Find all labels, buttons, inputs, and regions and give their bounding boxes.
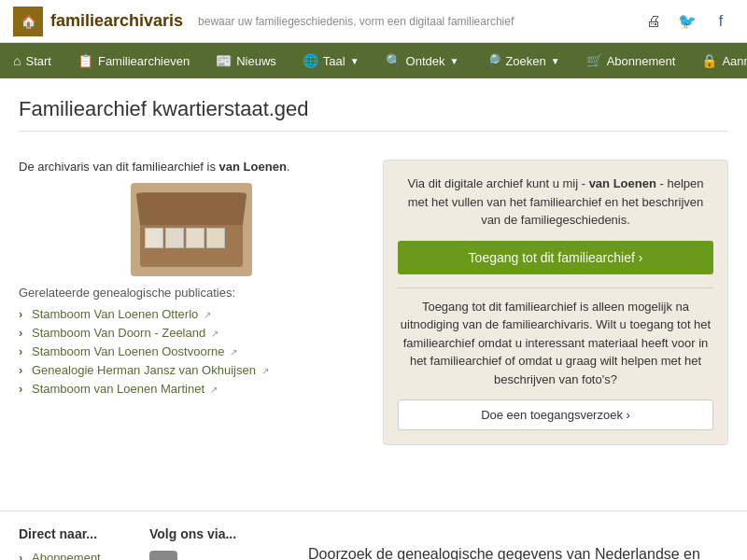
footer-direct-heading: Direct naar... <box>19 526 121 541</box>
external-icon-2: ↗ <box>211 329 218 339</box>
archivaris-intro: De archivaris van dit familiearchief is … <box>19 160 364 174</box>
email-icon[interactable]: ✉ <box>149 551 177 560</box>
pub-link-1[interactable]: Stamboom Van Loenen Otterlo <box>32 307 198 321</box>
right-panel: Via dit digitale archief kunt u mij - va… <box>383 160 728 445</box>
nav-aanmelden[interactable]: 🔒 Aanmelden ▼ <box>688 43 747 78</box>
social-nieuwsbrief: ✉ Nieuwsbrief <box>149 551 252 560</box>
page-content: Familiearchief kwartierstaat.ged <box>0 78 747 150</box>
ontdek-dropdown-icon: ▼ <box>450 56 459 66</box>
list-item: Stamboom Van Doorn - Zeeland ↗ <box>19 326 364 340</box>
external-icon-1: ↗ <box>204 310 211 320</box>
social-links: ✉ Nieuwsbrief 🐦 Twitter f Facebook <box>149 551 252 560</box>
nav-start[interactable]: ⌂ Start <box>0 43 64 78</box>
external-icon-4: ↗ <box>261 366 269 376</box>
pub-link-3[interactable]: Stamboom Van Loenen Oostvoorne <box>32 344 224 358</box>
footer-direct: Direct naar... Abonnement Vraag/antwoord… <box>19 526 121 560</box>
nav-taal[interactable]: 🌐 Taal ▼ <box>289 43 373 78</box>
footer: Direct naar... Abonnement Vraag/antwoord… <box>0 511 747 560</box>
external-icon-5: ↗ <box>210 385 218 395</box>
list-item: Genealogie Herman Jansz van Okhuijsen ↗ <box>19 363 364 377</box>
nav-abonnement-label: Abonnement <box>607 54 676 68</box>
logo-area: 🏠 familiearchivaris bewaar uw familieges… <box>13 7 641 36</box>
logo-subtext: bewaar uw familiegeschiedenis, vorm een … <box>198 15 514 28</box>
logo-icon: 🏠 <box>13 7 43 36</box>
nav-nieuws[interactable]: 📰 Nieuws <box>203 43 289 78</box>
twitter-header-icon[interactable]: 🐦 <box>674 8 700 35</box>
page-title: Familiearchief kwartierstaat.ged <box>19 97 728 132</box>
pub-link-2[interactable]: Stamboom Van Doorn - Zeeland <box>32 326 205 340</box>
archive-icon: 📋 <box>78 53 93 68</box>
publications-list: Stamboom Van Loenen Otterlo ↗ Stamboom V… <box>19 307 364 396</box>
discover-icon: 🔍 <box>386 53 402 68</box>
cart-icon: 🛒 <box>586 53 602 68</box>
external-icon-3: ↗ <box>230 347 237 357</box>
nav-start-label: Start <box>25 54 50 68</box>
pub-link-5[interactable]: Stamboom van Loenen Martinet <box>32 382 204 396</box>
right-column: Via dit digitale archief kunt u mij - va… <box>383 160 728 445</box>
taal-dropdown-icon: ▼ <box>350 56 359 66</box>
list-item: Stamboom Van Loenen Oostvoorne ↗ <box>19 344 364 358</box>
access-button[interactable]: Toegang tot dit familiearchief › <box>398 241 713 274</box>
nav-zoeken[interactable]: 🔎 Zoeken ▼ <box>472 43 572 78</box>
nav-ontdek[interactable]: 🔍 Ontdek ▼ <box>373 43 472 78</box>
nav-familiearchieven-label: Familiearchieven <box>98 54 190 68</box>
list-item: Stamboom van Loenen Martinet ↗ <box>19 382 364 396</box>
nav-abonnement[interactable]: 🛒 Abonnement <box>573 43 689 78</box>
archive-image <box>131 183 252 276</box>
nav-nieuws-label: Nieuws <box>236 54 276 68</box>
news-icon: 📰 <box>216 53 232 68</box>
related-label: Gerelateerde genealogische publicaties: <box>19 286 364 300</box>
facebook-header-icon[interactable]: f <box>708 8 734 35</box>
print-icon[interactable]: 🖨 <box>641 8 667 35</box>
footer-link-abonnement: Abonnement <box>19 551 121 560</box>
panel-divider <box>398 287 713 288</box>
nav-familiearchieven[interactable]: 📋 Familiearchieven <box>64 43 203 78</box>
header-icons: 🖨 🐦 f <box>641 8 734 35</box>
nav-taal-label: Taal <box>323 54 345 68</box>
footer-abonnement-link[interactable]: Abonnement <box>32 551 101 560</box>
pub-link-4[interactable]: Genealogie Herman Jansz van Okhuijsen <box>32 363 256 377</box>
request-button[interactable]: Doe een toegangsverzoek › <box>398 399 713 430</box>
main-nav: ⌂ Start 📋 Familiearchieven 📰 Nieuws 🌐 Ta… <box>0 43 747 78</box>
main-section: De archivaris van dit familiearchief is … <box>0 150 747 455</box>
search-icon: 🔎 <box>485 53 500 68</box>
list-item: Stamboom Van Loenen Otterlo ↗ <box>19 307 364 321</box>
home-icon: ⌂ <box>13 53 21 68</box>
nav-zoeken-label: Zoeken <box>505 54 545 68</box>
zoeken-dropdown-icon: ▼ <box>551 56 560 66</box>
language-icon: 🌐 <box>303 53 318 68</box>
nav-aanmelden-label: Aanmelden <box>722 54 747 68</box>
top-header: 🏠 familiearchivaris bewaar uw familieges… <box>0 0 747 43</box>
lock-icon: 🔒 <box>701 53 717 68</box>
spacer <box>0 455 747 511</box>
footer-cta: Doorzoek de genealogische gegevens van N… <box>280 526 728 560</box>
cta-text: Doorzoek de genealogische gegevens van N… <box>299 544 710 560</box>
access-description: Toegang tot dit familiearchief is alleen… <box>398 298 713 389</box>
footer-social-heading: Volg ons via... <box>149 526 252 541</box>
left-column: De archivaris van dit familiearchief is … <box>19 160 364 445</box>
logo-text: familiearchivaris <box>50 11 183 31</box>
panel-intro: Via dit digitale archief kunt u mij - va… <box>398 175 713 230</box>
nav-ontdek-label: Ontdek <box>406 54 445 68</box>
footer-social: Volg ons via... ✉ Nieuwsbrief 🐦 Twitter … <box>149 526 252 560</box>
